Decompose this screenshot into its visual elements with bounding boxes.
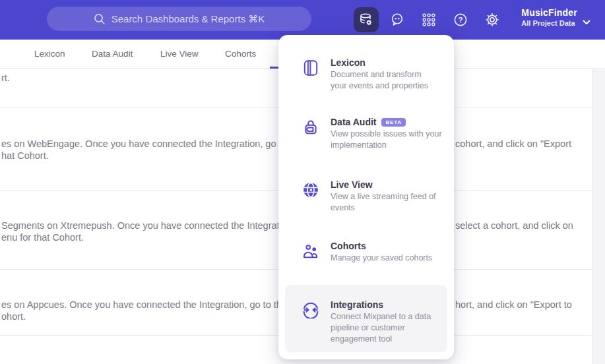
menu-item-live-view[interactable]: Live View View a live streaming feed of …	[278, 179, 454, 213]
scroll-gutter[interactable]	[592, 69, 605, 364]
menu-item-title: Data Audit	[331, 117, 376, 128]
menu-item-description: implementation	[331, 140, 442, 150]
live-view-globe-icon	[302, 181, 319, 198]
menu-item-title: Live View	[331, 179, 373, 191]
cohorts-people-icon	[302, 243, 319, 260]
app-window: rt. es on WebEngage. Once you have conne…	[0, 0, 605, 364]
row-text: Segments on Xtremepush. Once you have co…	[1, 220, 295, 231]
row-text: select a cohort, and click on	[455, 220, 573, 231]
row-text: es on Appcues. Once you have connected t…	[1, 299, 298, 310]
menu-item-description: Manage your saved cohorts	[331, 253, 432, 263]
lexicon-book-icon	[302, 59, 319, 76]
menu-item-description: Document and transform	[331, 70, 428, 80]
menu-item-description: pipeline or customer	[331, 323, 431, 333]
menu-item-title: Lexicon	[331, 57, 366, 69]
menu-item-description: your events and properties	[331, 81, 428, 91]
menu-item-description: Connect Mixpanel to a data	[331, 312, 431, 322]
tab-cohorts[interactable]: Cohorts	[225, 49, 256, 59]
search-placeholder: Search Dashboards & Reports ⌘K	[111, 13, 265, 25]
search-input[interactable]: Search Dashboards & Reports ⌘K	[47, 7, 311, 31]
row-text: hat Cohort.	[1, 150, 49, 161]
top-bar: Search Dashboards & Reports ⌘K	[0, 0, 605, 40]
chevron-down-icon[interactable]	[583, 16, 590, 28]
row-text: rt.	[1, 73, 10, 83]
menu-item-description: engagement tool	[331, 334, 431, 344]
menu-item-title: Integrations	[331, 299, 383, 311]
grid-icon	[421, 12, 437, 28]
row-text: enu for that Cohort.	[1, 232, 84, 243]
row-text: hort, and click on "Export to	[455, 299, 572, 310]
chat-bubble-icon	[389, 12, 405, 28]
data-management-menu: Lexicon Document and transform your even…	[278, 35, 454, 359]
data-audit-lock-icon	[302, 119, 319, 136]
menu-item-cohorts[interactable]: Cohorts Manage your saved cohorts	[278, 241, 454, 263]
project-selector[interactable]: MusicFinder All Project Data	[521, 7, 577, 27]
tab-live-view[interactable]: Live View	[160, 49, 199, 59]
beta-badge: BETA	[381, 118, 405, 127]
tab-lexicon[interactable]: Lexicon	[34, 49, 65, 59]
menu-item-description: View a live streaming feed of	[331, 192, 436, 202]
data-management-button[interactable]	[354, 7, 379, 32]
menu-item-title: Cohorts	[331, 241, 366, 252]
integrations-sync-icon	[302, 301, 319, 318]
gear-icon	[484, 12, 500, 28]
apps-grid-button[interactable]	[416, 7, 441, 32]
row-text: ohort.	[1, 311, 26, 322]
settings-button[interactable]	[480, 7, 505, 32]
question-mark-icon: ?	[453, 12, 468, 28]
search-icon	[94, 13, 106, 25]
row-text: cohort, and click on "Export	[455, 138, 571, 149]
project-name: MusicFinder	[521, 7, 577, 18]
menu-item-description: events	[331, 203, 436, 213]
row-text: es on WebEngage. Once you have connected…	[1, 138, 303, 149]
menu-item-data-audit[interactable]: Data Audit BETA View possible issues wit…	[278, 117, 454, 150]
help-button[interactable]: ?	[448, 7, 473, 32]
feedback-button[interactable]	[385, 7, 410, 32]
menu-item-integrations[interactable]: Integrations Connect Mixpanel to a data …	[285, 285, 447, 352]
project-scope: All Project Data	[521, 19, 577, 27]
database-gear-icon	[358, 12, 374, 28]
tab-data-audit[interactable]: Data Audit	[92, 49, 133, 59]
svg-text:?: ?	[458, 16, 462, 24]
menu-item-lexicon[interactable]: Lexicon Document and transform your even…	[278, 57, 454, 91]
menu-item-description: View possible issues with your	[331, 129, 442, 139]
